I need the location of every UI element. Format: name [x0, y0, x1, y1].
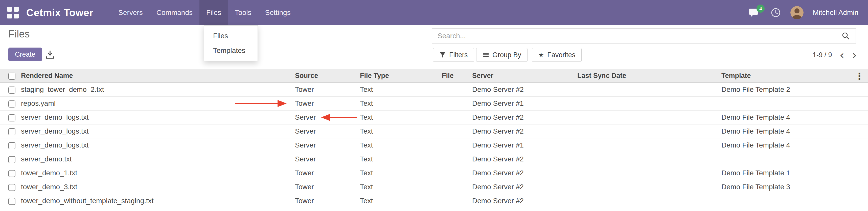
- cell-template[interactable]: Demo File Template 4: [721, 139, 868, 152]
- cell-template[interactable]: Demo File Template 3: [721, 180, 868, 194]
- row-checkbox[interactable]: [8, 87, 16, 94]
- cell-server[interactable]: Demo Server #2: [472, 180, 577, 194]
- cell-last-sync-date[interactable]: [577, 166, 721, 180]
- column-header-rendered-name[interactable]: Rendered Name: [21, 69, 295, 83]
- cell-file[interactable]: [442, 166, 472, 180]
- cell-last-sync-date[interactable]: [577, 152, 721, 166]
- cell-server[interactable]: Demo Server #2: [472, 111, 577, 124]
- apps-grid-icon[interactable]: [7, 7, 19, 19]
- search-icon[interactable]: [841, 32, 850, 40]
- table-row[interactable]: server_demo_logs.txtServerTextDemo Serve…: [0, 111, 868, 124]
- create-button[interactable]: Create: [8, 48, 42, 61]
- cell-rendered-name[interactable]: server_demo_logs.txt: [21, 124, 295, 139]
- column-header-template[interactable]: Template: [721, 69, 868, 83]
- cell-template[interactable]: [721, 194, 868, 208]
- menu-servers[interactable]: Servers: [112, 0, 149, 25]
- cell-source[interactable]: Tower: [295, 83, 360, 97]
- cell-file-type[interactable]: Text: [360, 97, 442, 111]
- table-row[interactable]: staging_tower_demo_2.txtTowerTextDemo Se…: [0, 83, 868, 97]
- cell-last-sync-date[interactable]: [577, 194, 721, 208]
- cell-last-sync-date[interactable]: [577, 111, 721, 124]
- cell-server[interactable]: Demo Server #2: [472, 166, 577, 180]
- cell-source[interactable]: Server: [295, 111, 360, 124]
- pager-next-icon[interactable]: ›: [852, 49, 857, 60]
- search-input[interactable]: [432, 32, 841, 40]
- cell-file[interactable]: [442, 83, 472, 97]
- cell-server[interactable]: Demo Server #2: [472, 194, 577, 208]
- group-by-button[interactable]: Group By: [476, 48, 528, 62]
- row-checkbox[interactable]: [8, 142, 16, 149]
- cell-file[interactable]: [442, 124, 472, 139]
- cell-file-type[interactable]: Text: [360, 124, 442, 139]
- table-row[interactable]: tower_demo_1.txtTowerTextDemo Server #2D…: [0, 166, 868, 180]
- cell-file-type[interactable]: Text: [360, 152, 442, 166]
- cell-template[interactable]: Demo File Template 4: [721, 111, 868, 124]
- menu-commands[interactable]: Commands: [150, 0, 199, 25]
- table-row[interactable]: server_demo_logs.txtServerTextDemo Serve…: [0, 124, 868, 139]
- row-checkbox[interactable]: [8, 114, 16, 121]
- cell-source[interactable]: Tower: [295, 97, 360, 111]
- cell-last-sync-date[interactable]: [577, 83, 721, 97]
- table-row[interactable]: tower_demo_3.txtTowerTextDemo Server #2D…: [0, 180, 868, 194]
- cell-file-type[interactable]: Text: [360, 194, 442, 208]
- cell-server[interactable]: Demo Server #1: [472, 139, 577, 152]
- table-row[interactable]: server_demo_logs.txtServerTextDemo Serve…: [0, 139, 868, 152]
- cell-template[interactable]: Demo File Template 2: [721, 83, 868, 97]
- column-header-last-sync-date[interactable]: Last Sync Date: [577, 69, 721, 83]
- cell-rendered-name[interactable]: staging_tower_demo_2.txt: [21, 83, 295, 97]
- export-button[interactable]: [44, 49, 56, 60]
- cell-rendered-name[interactable]: tower_demo_3.txt: [21, 180, 295, 194]
- cell-rendered-name[interactable]: tower_demo_1.txt: [21, 166, 295, 180]
- table-row[interactable]: tower_demo_without_template_staging.txtT…: [0, 194, 868, 208]
- user-name[interactable]: Mitchell Admin: [813, 9, 858, 17]
- cell-source[interactable]: Tower: [295, 194, 360, 208]
- cell-source[interactable]: Server: [295, 152, 360, 166]
- cell-rendered-name[interactable]: server_demo_logs.txt: [21, 139, 295, 152]
- cell-rendered-name[interactable]: tower_demo_without_template_staging.txt: [21, 194, 295, 208]
- column-header-server[interactable]: Server: [472, 69, 577, 83]
- cell-rendered-name[interactable]: server_demo_logs.txt: [21, 111, 295, 124]
- table-row[interactable]: server_demo.txtServerTextDemo Server #2: [0, 152, 868, 166]
- cell-server[interactable]: Demo Server #2: [472, 83, 577, 97]
- row-checkbox[interactable]: [8, 170, 16, 177]
- cell-template[interactable]: Demo File Template 4: [721, 124, 868, 139]
- cell-server[interactable]: Demo Server #2: [472, 124, 577, 139]
- cell-source[interactable]: Tower: [295, 180, 360, 194]
- cell-file-type[interactable]: Text: [360, 83, 442, 97]
- cell-file-type[interactable]: Text: [360, 166, 442, 180]
- cell-rendered-name[interactable]: server_demo.txt: [21, 152, 295, 166]
- favorites-button[interactable]: ★ Favorites: [532, 48, 582, 62]
- user-avatar[interactable]: [790, 6, 804, 19]
- dropdown-item-templates[interactable]: Templates: [204, 43, 257, 58]
- cell-server[interactable]: Demo Server #1: [472, 97, 577, 111]
- cell-rendered-name[interactable]: repos.yaml: [21, 97, 295, 111]
- cell-file[interactable]: [442, 139, 472, 152]
- cell-server[interactable]: Demo Server #2: [472, 152, 577, 166]
- cell-template[interactable]: [721, 97, 868, 111]
- filters-button[interactable]: Filters: [433, 48, 474, 62]
- cell-last-sync-date[interactable]: [577, 97, 721, 111]
- cell-file-type[interactable]: Text: [360, 180, 442, 194]
- cell-file[interactable]: [442, 111, 472, 124]
- cell-source[interactable]: Tower: [295, 166, 360, 180]
- messages-button[interactable]: 4: [749, 7, 761, 18]
- select-all-checkbox[interactable]: [8, 72, 16, 80]
- activities-button[interactable]: [770, 7, 781, 18]
- cell-template[interactable]: Demo File Template 1: [721, 166, 868, 180]
- row-checkbox[interactable]: [8, 156, 16, 163]
- table-row[interactable]: repos.yamlTowerTextDemo Server #1: [0, 97, 868, 111]
- cell-last-sync-date[interactable]: [577, 180, 721, 194]
- dropdown-item-files[interactable]: Files: [204, 29, 257, 43]
- column-header-file[interactable]: File: [442, 69, 472, 83]
- cell-last-sync-date[interactable]: [577, 124, 721, 139]
- row-checkbox[interactable]: [8, 100, 16, 108]
- row-checkbox[interactable]: [8, 128, 16, 135]
- column-header-file-type[interactable]: File Type: [360, 69, 442, 83]
- cell-file[interactable]: [442, 194, 472, 208]
- cell-file[interactable]: [442, 180, 472, 194]
- cell-source[interactable]: Server: [295, 124, 360, 139]
- optional-columns-icon[interactable]: ⋮: [855, 71, 864, 82]
- cell-source[interactable]: Server: [295, 139, 360, 152]
- row-checkbox[interactable]: [8, 184, 16, 191]
- pager-previous-icon[interactable]: ‹: [840, 49, 844, 60]
